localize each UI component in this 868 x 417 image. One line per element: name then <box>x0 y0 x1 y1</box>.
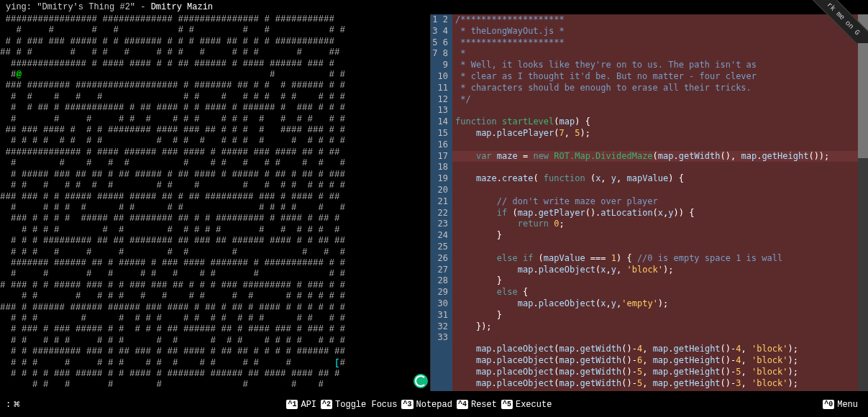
scroll-thumb[interactable] <box>858 14 868 158</box>
bottom-bar: : ⌘ ^1API^2Toggle Focus^3Notepad^4Reset^… <box>0 391 868 417</box>
now-playing-artist: Dmitry Mazin <box>151 2 213 12</box>
menu-key: ^0 <box>823 400 834 409</box>
code-area[interactable]: /******************** * theLongWayOut.js… <box>452 14 858 391</box>
prompt-colon: : <box>6 400 11 410</box>
shortcut-notepad[interactable]: ^3Notepad <box>401 400 452 410</box>
shortcut-execute[interactable]: ^5Execute <box>501 400 552 410</box>
shortcut-toggle focus[interactable]: ^2Toggle Focus <box>321 400 397 410</box>
command-key-icon: ⌘ <box>14 398 19 411</box>
shortcuts-group: ^1API^2Toggle Focus^3Notepad^4Reset^5Exe… <box>286 399 556 410</box>
main-split: ################# ############# ########… <box>0 14 868 391</box>
menu-label: Menu <box>837 400 858 410</box>
now-playing-prefix: ying: "Dmitry's Thing #2" - <box>6 2 151 12</box>
line-gutter: 1 2 3 4 5 6 7 8 9 10 11 12 13 14 15 16 1… <box>431 14 452 391</box>
now-playing-bar: ying: "Dmitry's Thing #2" - Dmitry Mazin <box>0 0 868 14</box>
shortcut-reset[interactable]: ^4Reset <box>457 400 497 410</box>
game-map[interactable]: ################# ############# ########… <box>0 14 430 391</box>
code-editor[interactable]: 1 2 3 4 5 6 7 8 9 10 11 12 13 14 15 16 1… <box>430 14 868 391</box>
editor-scrollbar[interactable] <box>858 14 868 391</box>
menu-shortcut[interactable]: ^0 Menu <box>823 400 858 410</box>
shortcut-api[interactable]: ^1API <box>286 400 316 410</box>
grammarly-icon[interactable] <box>414 374 428 388</box>
